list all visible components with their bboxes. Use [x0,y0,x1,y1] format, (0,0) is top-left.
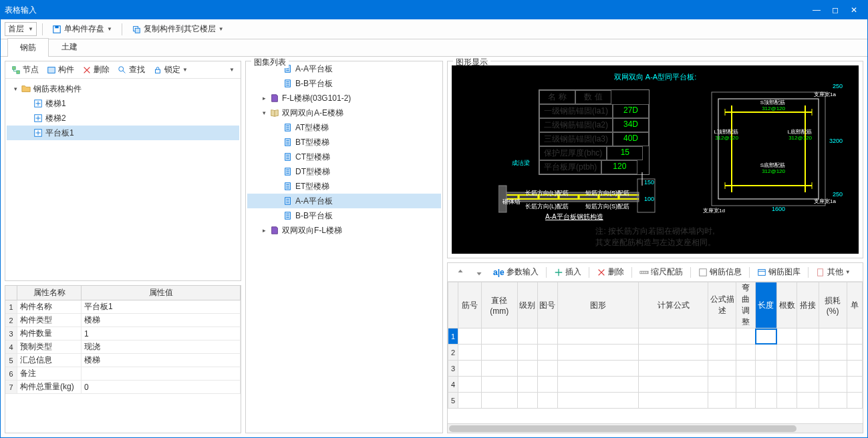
other-button[interactable]: 其他▼ [812,265,855,279]
column-header[interactable]: 直径(mm) [481,282,517,328]
column-header[interactable]: 损耗(%) [819,282,847,328]
table-row[interactable]: 5 [448,393,863,409]
page-icon [283,79,293,88]
property-row[interactable]: 2构件类型楼梯 [5,314,241,327]
search-icon [118,65,127,75]
grid-delete-button[interactable]: 删除 [593,265,628,279]
atlas-item[interactable]: B-B平台板 [247,76,441,91]
page-icon [283,167,293,176]
page-icon [283,211,293,220]
canvas-title: 双网双向 A-A型同平台板: [614,72,696,82]
rebar-table[interactable]: 筋号直径(mm)级别图号图形计算公式公式描述弯曲调整长度根数搭接损耗(%)单 1… [448,282,863,409]
page-icon [283,123,293,132]
tree-item[interactable]: ▾钢筋表格构件 [7,81,239,96]
book-open-icon [270,108,279,118]
svg-rect-45 [758,269,765,275]
tree-item[interactable]: 平台板1 [7,126,239,140]
ruler-icon [639,268,649,277]
property-row[interactable]: 1构件名称平台板1 [5,300,241,314]
property-row[interactable]: 4预制类型现浇 [5,341,241,354]
scale-rebar-button[interactable]: 缩尺配筋 [635,265,687,279]
property-grid: 属性名称 属性值 1构件名称平台板12构件类型楼梯3构件数量14预制类型现浇5汇… [5,285,241,433]
svg-rect-1 [55,25,58,28]
node-button[interactable]: 节点 [8,63,42,77]
horizontal-scrollbar[interactable] [448,423,863,433]
copy-to-other-floors-button[interactable]: 复制构件到其它楼层 ▼ [128,22,228,36]
property-row[interactable]: 7构件总重量(kg)0 [5,381,241,394]
overflow-button[interactable]: ▼ [226,65,238,74]
column-header[interactable]: 图号 [537,282,557,328]
column-header[interactable]: 长度 [755,282,776,328]
delete-icon [82,65,92,75]
atlas-item[interactable]: A-A平台板 [247,194,441,208]
atlas-item[interactable]: CT型楼梯 [247,150,441,164]
floor-dropdown[interactable]: 首层 ▼ [5,22,37,36]
column-header[interactable]: 公式描述 [708,282,736,328]
tree-item[interactable]: 楼梯2 [7,111,239,126]
delete-button[interactable]: 删除 [79,63,113,77]
table-row[interactable]: 4 [448,377,863,393]
property-row[interactable]: 5汇总信息楼梯 [5,354,241,367]
chevron-down-icon: ▼ [182,67,188,73]
rebar-info-button[interactable]: 钢筋信息 [694,265,746,279]
atlas-item[interactable]: B-B平台板 [247,208,441,223]
library-icon [757,268,766,277]
atlas-tree[interactable]: A-A平台板B-B平台板▸F-L楼梯(03G101-2)▾双网双向A-E楼梯AT… [246,61,442,433]
plus-box-icon [33,114,43,123]
atlas-item[interactable]: DT型楼梯 [247,164,441,179]
table-row[interactable]: 1 [448,328,863,345]
atlas-item[interactable]: BT型楼梯 [247,135,441,150]
chevron-down-icon: ▼ [107,26,112,32]
main-toolbar: 首层 ▼ 单构件存盘 ▼ 复制构件到其它楼层 ▼ [1,19,867,39]
tab-civil[interactable]: 土建 [49,37,90,56]
table-row[interactable]: 2 [448,345,863,361]
tree-item[interactable]: 楼梯1 [7,96,239,111]
svg-point-7 [119,66,124,71]
minimize-button[interactable]: — [807,3,826,17]
rebar-lib-button[interactable]: 钢筋图库 [753,265,805,279]
find-button[interactable]: 查找 [114,63,148,77]
atlas-item[interactable]: ET型楼梯 [247,179,441,194]
column-header[interactable]: 筋号 [458,282,482,328]
column-header[interactable]: 根数 [777,282,797,328]
lock-button[interactable]: 锁定▼ [150,63,191,77]
drawing-canvas[interactable]: 双网双向 A-A型同平台板: 名 称数 值 一级钢筋锚固(la1)27D 二级钢… [452,65,859,254]
column-header[interactable]: 图形 [557,282,638,328]
delete-icon [597,268,606,277]
single-save-button[interactable]: 单构件存盘 ▼ [48,22,116,36]
svg-rect-5 [17,70,19,73]
column-header[interactable]: 计算公式 [639,282,708,328]
save-icon [52,25,61,34]
move-down-button[interactable] [470,266,488,278]
atlas-item[interactable]: AT型楼梯 [247,120,441,135]
page-icon [283,138,293,147]
component-tree[interactable]: ▾钢筋表格构件楼梯1楼梯2平台板1 [5,79,241,280]
book-icon [270,226,279,235]
titlebar: 表格输入 — ◻ ✕ [1,1,867,19]
atlas-item[interactable]: ▸F-L楼梯(03G101-2) [247,91,441,105]
svg-rect-6 [48,67,55,73]
insert-button[interactable]: 插入 [550,265,585,279]
svg-point-27 [577,196,580,198]
column-header[interactable]: 级别 [517,282,537,328]
property-row[interactable]: 3构件数量1 [5,327,241,341]
svg-rect-3 [135,28,140,33]
atlas-item[interactable]: ▾双网双向A-E楼梯 [247,105,441,120]
window-title: 表格输入 [5,5,807,16]
close-button[interactable]: ✕ [845,3,863,17]
component-button[interactable]: 构件 [43,63,78,77]
maximize-button[interactable]: ◻ [826,3,845,17]
grid-toolbar: a|e 参数输入 插入 删除 缩尺配筋 钢筋信息 钢筋图库 其他▼ [448,263,863,282]
move-up-button[interactable] [452,266,469,278]
column-header[interactable]: 单 [847,282,862,328]
column-header[interactable]: 弯曲调整 [736,282,755,328]
property-row[interactable]: 6备注 [5,367,241,381]
table-row[interactable]: 3 [448,361,863,377]
tab-rebar[interactable]: 钢筋 [7,38,49,57]
param-input-button[interactable]: a|e 参数输入 [489,265,543,279]
atlas-item[interactable]: ▸双网双向F-L楼梯 [247,223,441,238]
copy-icon [132,25,141,34]
floor-value: 首层 [8,23,24,35]
insert-icon [554,268,563,277]
column-header[interactable]: 搭接 [797,282,819,328]
